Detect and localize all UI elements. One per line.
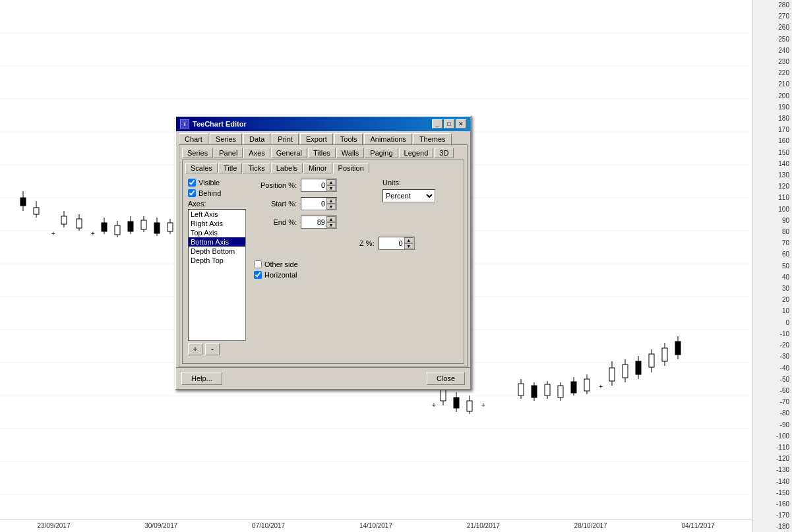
axis-bottom[interactable]: Bottom Axis [189, 237, 245, 247]
svg-rect-67 [649, 354, 654, 367]
position-percent-label: Position %: [254, 181, 297, 189]
svg-rect-50 [532, 386, 537, 398]
subtab-minor[interactable]: Minor [303, 163, 332, 173]
subtab-3d[interactable]: 3D [434, 148, 454, 158]
dialog-footer: Help... Close [176, 367, 470, 389]
axes-list-label: Axes: [188, 200, 245, 208]
z-input[interactable]: 0 [379, 237, 404, 249]
svg-rect-71 [675, 341, 681, 355]
svg-rect-52 [545, 384, 550, 396]
svg-rect-18 [34, 208, 39, 214]
tab-content-area: Series Panel Axes General Titles Walls P… [179, 144, 468, 367]
tab-data[interactable]: Data [243, 133, 270, 144]
add-axis-button[interactable]: + [188, 343, 202, 355]
start-spinner: 0 ▲ ▼ [301, 197, 337, 210]
tab-tools[interactable]: Tools [334, 133, 363, 144]
behind-checkbox[interactable] [188, 189, 196, 197]
left-panel: Visible Behind Axes: Left Axis Right Axi… [185, 176, 248, 358]
right-panel: Position %: 0 ▲ ▼ Start %: [251, 176, 461, 361]
svg-rect-65 [636, 361, 641, 374]
units-select[interactable]: Percent Pixels [382, 189, 435, 202]
start-input[interactable]: 0 [301, 198, 326, 210]
tab-animations[interactable]: Animations [364, 133, 411, 144]
svg-rect-23 [76, 219, 82, 228]
svg-text:+: + [481, 401, 485, 409]
axes-inner-content: Visible Behind Axes: Left Axis Right Axi… [185, 176, 461, 361]
x-label-5: 21/10/2017 [467, 522, 500, 529]
svg-text:+: + [51, 230, 55, 237]
sub-tabs-row1: Series Panel Axes General Titles Walls P… [182, 148, 464, 158]
axis-left[interactable]: Left Axis [189, 210, 245, 219]
subtab-series[interactable]: Series [182, 148, 213, 158]
axis-depth-top[interactable]: Depth Top [189, 256, 245, 265]
subtab-ticks[interactable]: Ticks [243, 163, 270, 173]
spacer [254, 234, 458, 260]
svg-rect-58 [584, 379, 590, 391]
help-button[interactable]: Help... [181, 372, 222, 385]
subtab-labels[interactable]: Labels [271, 163, 303, 173]
horizontal-checkbox[interactable] [254, 271, 262, 279]
axis-right[interactable]: Right Axis [189, 219, 245, 228]
tab-print[interactable]: Print [272, 133, 299, 144]
position-input[interactable]: 0 [301, 179, 326, 191]
start-spin-up[interactable]: ▲ [326, 198, 336, 204]
remove-axis-button[interactable]: - [205, 343, 220, 355]
x-label-1: 23/09/2017 [37, 522, 70, 529]
svg-rect-45 [467, 401, 472, 411]
sub-tabs-row2: Scales Title Ticks Labels Minor Position [185, 163, 461, 173]
end-spin-down[interactable]: ▼ [326, 222, 336, 228]
svg-rect-26 [102, 223, 107, 231]
tab-series[interactable]: Series [210, 133, 242, 144]
svg-rect-48 [518, 384, 524, 396]
subtab-panel[interactable]: Panel [214, 148, 243, 158]
z-spinner-btns: ▲ ▼ [404, 237, 413, 249]
svg-rect-34 [154, 223, 160, 233]
subtab-titles[interactable]: Titles [308, 148, 336, 158]
axes-content-border: Scales Title Ticks Labels Minor Position… [182, 160, 464, 364]
end-spin-up[interactable]: ▲ [326, 216, 336, 222]
other-side-checkbox[interactable] [254, 260, 262, 268]
subtab-paging[interactable]: Paging [365, 148, 398, 158]
position-spin-down[interactable]: ▼ [326, 185, 336, 191]
axes-list[interactable]: Left Axis Right Axis Top Axis Bottom Axi… [188, 209, 246, 341]
position-spinner-btns: ▲ ▼ [326, 179, 336, 191]
tab-themes[interactable]: Themes [413, 133, 452, 144]
teechart-dialog: T TeeChart Editor _ □ ✕ Chart Series Dat… [175, 115, 472, 390]
axis-top[interactable]: Top Axis [189, 228, 245, 237]
z-spinner: 0 ▲ ▼ [379, 237, 415, 250]
subtab-position[interactable]: Position [333, 163, 369, 173]
svg-rect-69 [662, 348, 667, 361]
end-percent-label: End %: [254, 218, 297, 226]
z-spin-up[interactable]: ▲ [404, 237, 413, 243]
start-percent-label: Start %: [254, 200, 297, 208]
visible-label: Visible [198, 179, 220, 187]
subtab-general[interactable]: General [271, 148, 307, 158]
start-spinner-btns: ▲ ▼ [326, 198, 336, 210]
end-percent-row: End %: 89 ▲ ▼ [254, 216, 458, 229]
end-input[interactable]: 89 [301, 216, 326, 228]
subtab-scales[interactable]: Scales [185, 163, 218, 173]
svg-text:+: + [599, 383, 603, 390]
maximize-button[interactable]: □ [444, 119, 454, 129]
svg-text:+: + [91, 230, 95, 237]
subtab-title[interactable]: Title [218, 163, 242, 173]
close-button[interactable]: Close [427, 372, 465, 385]
subtab-walls[interactable]: Walls [336, 148, 364, 158]
axis-depth-bottom[interactable]: Depth Bottom [189, 247, 245, 256]
subtab-legend[interactable]: Legend [399, 148, 434, 158]
behind-label: Behind [198, 189, 221, 197]
svg-rect-36 [168, 223, 173, 231]
position-spin-up[interactable]: ▲ [326, 179, 336, 185]
svg-rect-56 [571, 382, 576, 393]
tab-export[interactable]: Export [300, 133, 333, 144]
visible-checkbox[interactable] [188, 179, 196, 187]
z-spin-down[interactable]: ▼ [404, 243, 413, 249]
y-axis: 280 270 260 250 240 230 220 210 200 190 … [752, 0, 792, 532]
minimize-button[interactable]: _ [432, 119, 442, 129]
subtab-axes[interactable]: Axes [243, 148, 270, 158]
close-window-button[interactable]: ✕ [456, 119, 466, 129]
svg-rect-54 [558, 386, 563, 398]
start-spin-down[interactable]: ▼ [326, 204, 336, 210]
tab-chart[interactable]: Chart [179, 133, 208, 144]
dialog-icon: T [180, 119, 189, 129]
